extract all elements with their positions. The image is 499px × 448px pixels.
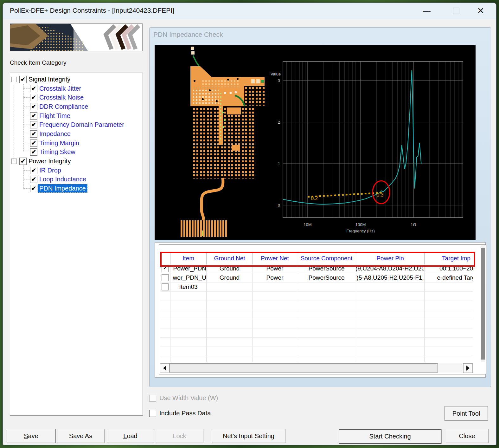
tree-item-timing-margin[interactable]: ✔Timing Margin	[10, 139, 143, 147]
table-cell[interactable]: Power_PDN	[170, 264, 207, 273]
tree-item-label[interactable]: Timing Margin	[38, 139, 80, 147]
column-header-source-component[interactable]: Source Component	[297, 253, 356, 264]
save-as-button[interactable]: Save As	[57, 429, 104, 443]
table-row[interactable]: Item03	[160, 282, 473, 292]
tree-item-label[interactable]: Power Integrity	[27, 157, 72, 165]
tree-item-label[interactable]: Impedance	[38, 130, 72, 138]
empty-cell	[170, 301, 207, 310]
tree-item-label[interactable]: Frequency Domain Parameter	[38, 120, 125, 129]
empty-cell	[356, 301, 425, 310]
table-cell[interactable]: PowerSource	[297, 273, 356, 282]
tree-item-label[interactable]: Timing Skew	[38, 148, 77, 156]
row-checkbox[interactable]	[162, 283, 169, 290]
table-cell[interactable]: Power	[253, 264, 297, 273]
tree-checkbox[interactable]: ✔	[30, 103, 37, 110]
result-table: ItemGround NetPower NetSource ComponentP…	[159, 244, 486, 374]
tree-checkbox[interactable]: ✔	[30, 148, 37, 156]
load-button[interactable]: Load	[107, 429, 154, 443]
tree-checkbox[interactable]: ✔	[30, 94, 37, 101]
tree-checkbox[interactable]: ✔	[30, 176, 37, 183]
close-button[interactable]: Close	[446, 429, 488, 443]
column-header-ground-net[interactable]: Ground Net	[207, 253, 253, 264]
table-cell[interactable]: Power	[253, 273, 297, 282]
tree-checkbox[interactable]: ✔	[30, 130, 37, 138]
table-cell[interactable]: Item03	[170, 282, 207, 291]
tree-item-label[interactable]: PDN Impedance	[38, 184, 87, 192]
tree-item-power-integrity[interactable]: −✔Power Integrity	[10, 157, 143, 166]
table-header-row: ItemGround NetPower NetSource ComponentP…	[160, 253, 473, 264]
maximize-icon[interactable]	[449, 5, 463, 16]
tree-item-label[interactable]: Loop Inductance	[38, 175, 87, 183]
column-header-item[interactable]: Item	[170, 253, 207, 264]
connector-pin	[197, 220, 199, 237]
tree-item-label[interactable]: DDR Compliance	[38, 102, 90, 111]
tree-expander-icon[interactable]: −	[11, 77, 17, 82]
scroll-right-icon[interactable]	[463, 363, 473, 373]
vertical-scroll-thumb[interactable]	[481, 248, 485, 360]
tree-item-flight-time[interactable]: ✔Flight Time	[10, 111, 143, 120]
tree-item-pdn-impedance[interactable]: ✔PDN Impedance	[10, 184, 143, 193]
row-checkbox[interactable]: ✔	[162, 265, 169, 272]
table-cell[interactable]	[207, 282, 253, 291]
tree-item-ddr-compliance[interactable]: ✔DDR Compliance	[10, 102, 143, 111]
close-icon[interactable]: ✕	[473, 5, 488, 16]
minimize-icon[interactable]: —	[419, 5, 434, 16]
table-empty-row	[160, 319, 473, 328]
horizontal-scroll-thumb[interactable]	[170, 363, 438, 373]
empty-cell	[170, 292, 207, 301]
table-cell[interactable]	[297, 282, 356, 291]
tree-item-frequency-domain-parameter[interactable]: ✔Frequency Domain Parameter	[10, 120, 143, 129]
table-cell[interactable]	[253, 282, 297, 291]
tree-item-impedance[interactable]: ✔Impedance	[10, 129, 143, 138]
save-button[interactable]: Save	[7, 429, 55, 443]
empty-cell	[356, 319, 425, 328]
tree-item-crosstalk-noise[interactable]: ✔Crosstalk Noise	[10, 93, 143, 102]
tree-checkbox[interactable]: ✔	[30, 112, 37, 120]
include-pass-checkbox[interactable]	[149, 410, 156, 417]
table-cell[interactable]: wer_PDN_U	[170, 273, 207, 282]
tree-connector	[23, 84, 24, 152]
table-cell[interactable]: )5-A8,U205-H2,U205-F1,	[356, 273, 425, 282]
tree-checkbox[interactable]: ✔	[30, 185, 37, 192]
column-header-target-imp[interactable]: Target Imp	[425, 253, 473, 264]
tree-checkbox[interactable]: ✔	[30, 140, 37, 147]
table-cell[interactable]	[356, 282, 425, 291]
table-cell[interactable]	[425, 282, 473, 291]
empty-cell	[253, 319, 297, 328]
table-row[interactable]: ✔Power_PDNGroundPowerPowerSource)9,U204-…	[160, 264, 473, 273]
column-header-power-net[interactable]: Power Net	[253, 253, 297, 264]
tree-item-label[interactable]: Flight Time	[38, 112, 72, 120]
table-cell[interactable]: Ground	[207, 273, 253, 282]
net-s-input-setting-button[interactable]: Net's Input Setting	[212, 429, 285, 443]
table-cell[interactable]: Ground	[207, 264, 253, 273]
tree-item-timing-skew[interactable]: ✔Timing Skew	[10, 147, 143, 156]
tree-checkbox[interactable]: ✔	[30, 167, 37, 174]
empty-cell	[207, 319, 253, 328]
start-checking-button[interactable]: Start Checking	[339, 429, 441, 444]
tree-item-label[interactable]: Signal Integrity	[27, 75, 72, 83]
tree-item-crosstalk-jitter[interactable]: ✔Crosstalk Jitter	[10, 84, 143, 93]
tree-item-loop-inductance[interactable]: ✔Loop Inductance	[10, 175, 143, 184]
tree-item-label[interactable]: Crosstalk Noise	[38, 93, 85, 101]
table-cell[interactable]: PowerSource	[297, 264, 356, 273]
tree-item-label[interactable]: Crosstalk Jitter	[38, 84, 82, 93]
scroll-left-icon[interactable]	[160, 363, 170, 373]
table-cell[interactable]: 00:1,100~20	[425, 264, 473, 273]
point-tool-button[interactable]: Point Tool	[445, 406, 488, 421]
table-cell[interactable]: e-defined Targ	[425, 273, 473, 282]
tree-item-label[interactable]: IR Drop	[38, 166, 62, 174]
tree-item-ir-drop[interactable]: ✔IR Drop	[10, 166, 143, 175]
row-checkbox[interactable]	[162, 274, 169, 281]
tree-item-signal-integrity[interactable]: −✔Signal Integrity	[10, 75, 143, 84]
vertical-scrollbar[interactable]	[481, 245, 485, 362]
tree-checkbox[interactable]: ✔	[19, 76, 27, 83]
column-header-power-pin[interactable]: Power Pin	[356, 253, 425, 264]
table-cell[interactable]: )9,U204-A8,U204-H2,U20	[356, 264, 425, 273]
table-row[interactable]: wer_PDN_UGroundPowerPowerSource)5-A8,U20…	[160, 273, 473, 282]
use-width-checkbox[interactable]	[149, 395, 156, 402]
tree-checkbox[interactable]: ✔	[30, 85, 37, 92]
tree-expander-icon[interactable]: −	[11, 159, 17, 164]
horizontal-scrollbar[interactable]	[160, 363, 473, 373]
tree-checkbox[interactable]: ✔	[19, 158, 27, 165]
tree-checkbox[interactable]: ✔	[30, 121, 37, 128]
